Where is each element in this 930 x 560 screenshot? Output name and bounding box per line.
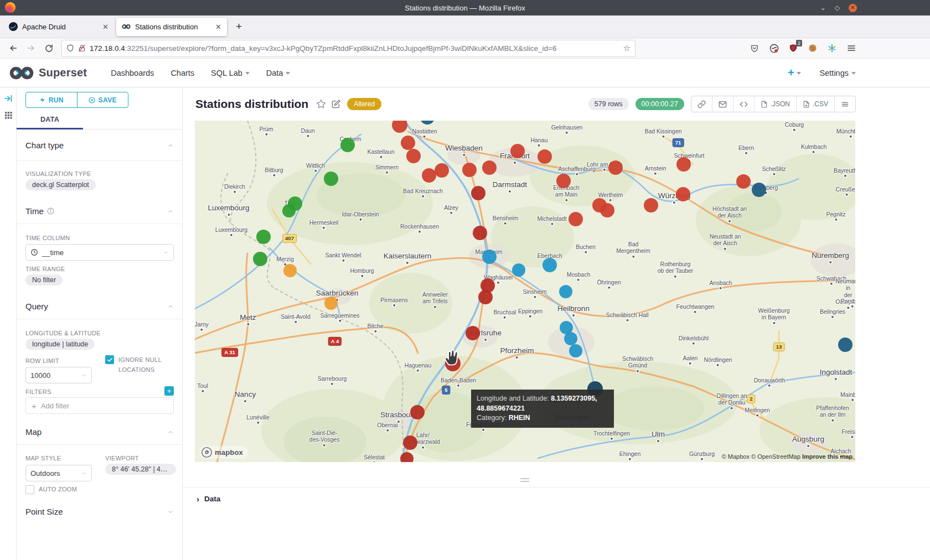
map-point[interactable] (340, 138, 355, 152)
viz-type-value[interactable]: deck.gl Scatterplot (25, 179, 96, 190)
osm-attribution-link[interactable]: © OpenStreetMap (751, 453, 800, 460)
map-point[interactable] (608, 160, 623, 175)
map-point[interactable] (462, 163, 477, 177)
map-point[interactable] (324, 297, 338, 310)
map-point[interactable] (435, 163, 449, 178)
map-point[interactable] (559, 285, 572, 298)
map-point[interactable] (838, 338, 852, 352)
map-point[interactable] (676, 157, 691, 172)
pocket-icon[interactable] (749, 43, 760, 54)
map-point[interactable] (410, 405, 425, 419)
new-tab-button[interactable]: + (236, 20, 242, 33)
collapse-panel-icon[interactable] (4, 94, 13, 103)
window-maximize-icon[interactable]: ◇ (835, 4, 840, 12)
run-button[interactable]: RUN (26, 92, 77, 107)
tab-stations-distribution[interactable]: Stations distribution ✕ (116, 18, 227, 36)
checkbox-checked-icon[interactable] (105, 355, 114, 364)
tab-close-icon[interactable]: ✕ (102, 23, 108, 31)
map-point[interactable] (466, 326, 480, 340)
map-point[interactable] (401, 136, 415, 150)
map-point[interactable] (473, 226, 487, 240)
time-column-select[interactable]: __time (25, 244, 174, 261)
map-point[interactable] (512, 263, 525, 277)
altered-badge[interactable]: Altered (347, 98, 381, 110)
row-limit-select[interactable]: 10000 (25, 367, 92, 383)
deckgl-scatterplot-map[interactable]: PrümDaunCochemNastättenGelnhausenHanauBa… (195, 121, 855, 462)
embed-code-button[interactable] (733, 96, 755, 112)
section-time[interactable]: Time (25, 206, 174, 216)
map-point[interactable] (644, 198, 658, 212)
window-close-icon[interactable]: ✕ (849, 4, 857, 12)
mapbox-logo[interactable]: mapbox (199, 446, 249, 459)
map-point[interactable] (752, 183, 766, 197)
window-minimize-icon[interactable]: ⌄ (820, 4, 826, 12)
nav-dashboards[interactable]: Dashboards (111, 69, 154, 77)
map-point[interactable] (564, 332, 577, 345)
map-point[interactable] (542, 258, 557, 272)
map-point[interactable] (600, 203, 614, 217)
section-point-size[interactable]: Point Size (25, 507, 174, 516)
lonlat-value[interactable]: longitude | latitude (25, 339, 95, 350)
map-point[interactable] (283, 264, 297, 277)
chevron-up-icon[interactable] (167, 208, 174, 215)
improve-map-link[interactable]: Improve this map (802, 453, 852, 460)
section-query[interactable]: Query (25, 302, 174, 311)
dataset-grid-icon[interactable] (4, 111, 13, 120)
map-point[interactable] (400, 452, 414, 462)
account-icon[interactable] (768, 43, 779, 54)
map-point[interactable] (676, 187, 690, 201)
map-point[interactable] (736, 174, 751, 189)
forward-icon[interactable] (23, 40, 39, 56)
add-filter-plus-button[interactable]: + (164, 386, 174, 396)
tab-data[interactable]: DATA (17, 111, 83, 128)
section-map[interactable]: Map (25, 427, 174, 437)
map-point[interactable] (478, 290, 493, 304)
map-point[interactable] (406, 149, 421, 163)
shield-icon[interactable] (66, 44, 74, 52)
add-new-button[interactable]: + (788, 66, 801, 79)
superset-logo[interactable]: Superset (9, 66, 87, 80)
map-point[interactable] (256, 230, 271, 244)
time-range-value[interactable]: No filter (25, 274, 63, 286)
auto-zoom-checkbox[interactable]: AUTO ZOOM (25, 485, 77, 495)
add-filter-box[interactable]: + Add filter (25, 397, 174, 414)
ignore-null-checkbox[interactable]: IGNORE NULL LOCATIONS (105, 355, 174, 375)
map-point[interactable] (282, 204, 296, 217)
chart-menu-button[interactable] (835, 96, 855, 112)
panel-resize-handle[interactable] (520, 478, 529, 482)
map-point[interactable] (482, 250, 497, 264)
viewport-value[interactable]: 8° 46' 45.28" | 49... (105, 464, 176, 475)
export-csv-button[interactable]: .CSV (797, 96, 835, 112)
checkbox-unchecked-icon[interactable] (25, 485, 34, 494)
map-point[interactable] (324, 172, 338, 186)
chevron-up-icon[interactable] (167, 303, 174, 310)
export-json-button[interactable]: .JSON (755, 96, 797, 112)
map-point[interactable] (403, 435, 417, 450)
insecure-lock-icon[interactable] (78, 44, 86, 52)
settings-menu[interactable]: Settings (820, 69, 856, 77)
bookmark-star-icon[interactable]: ☆ (623, 43, 631, 53)
section-chart-type[interactable]: Chart type (25, 141, 174, 150)
map-point[interactable] (253, 252, 267, 266)
map-point[interactable] (569, 344, 582, 357)
save-button[interactable]: SAVE (77, 92, 128, 107)
map-point[interactable] (556, 174, 571, 188)
cookie-icon[interactable] (807, 43, 818, 54)
nav-sql-lab[interactable]: SQL Lab (211, 69, 250, 77)
favorite-star-icon[interactable] (316, 99, 326, 109)
map-point[interactable] (510, 144, 525, 158)
email-button[interactable] (712, 96, 733, 112)
map-point[interactable] (569, 212, 583, 226)
mapbox-attribution-link[interactable]: © Mapbox (722, 453, 750, 460)
chevron-up-icon[interactable] (167, 142, 174, 149)
edit-title-icon[interactable] (332, 100, 340, 108)
reload-icon[interactable] (41, 40, 56, 56)
chevron-down-icon[interactable] (167, 509, 174, 515)
nav-data[interactable]: Data (266, 69, 291, 77)
extension-asterisk-icon[interactable] (826, 43, 838, 54)
map-point[interactable] (471, 186, 485, 200)
url-bar[interactable]: 172.18.0.4 :32251/superset/explore/?form… (62, 40, 635, 56)
back-icon[interactable] (6, 40, 21, 56)
tab-close-icon[interactable]: ✕ (215, 23, 221, 31)
nav-charts[interactable]: Charts (170, 69, 194, 77)
